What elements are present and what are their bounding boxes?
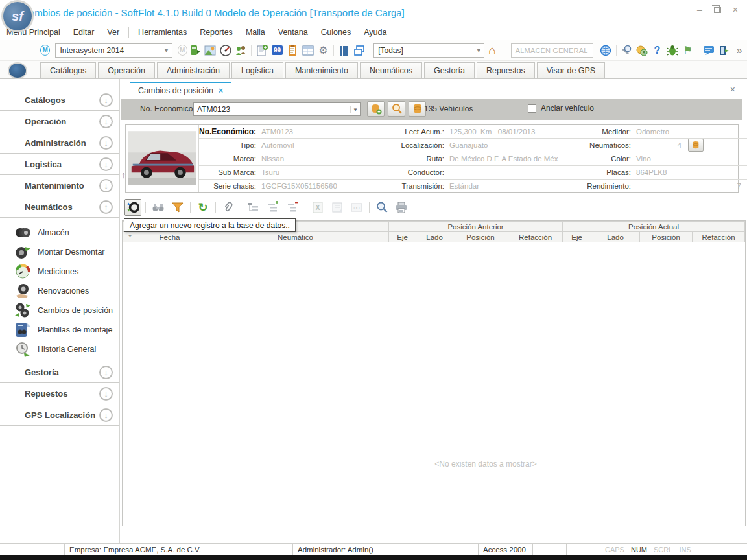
economico-combobox[interactable]: ATM0123 ▾ (193, 102, 361, 116)
cascade-windows-icon[interactable] (353, 43, 367, 58)
col-refaccion-actual[interactable]: Refacción (693, 232, 745, 242)
col-posicion-anterior[interactable]: Posición (453, 232, 508, 242)
sidebar-section-gps-localizacion[interactable]: GPS Localización ↓ (0, 404, 119, 426)
sidebar-section-logistica[interactable]: Logistica ↓ (0, 154, 119, 175)
sidebar-section-gestoria[interactable]: Gestoría ↓ (0, 362, 119, 383)
badge-99-icon[interactable]: 99 (270, 43, 285, 58)
new-record-button[interactable] (124, 199, 141, 216)
vehicle-db-button[interactable] (409, 101, 426, 117)
tabgroup-close-icon[interactable]: × (730, 84, 735, 95)
tab-neumaticos[interactable]: Neumáticos (360, 62, 422, 78)
filter-select[interactable]: [Todas] ▾ (374, 43, 484, 58)
add-vehicle-button[interactable] (367, 101, 385, 117)
users-icon[interactable] (234, 43, 248, 58)
restore-button[interactable] (714, 7, 721, 13)
field-value: De México D.F. A Estado de México (447, 155, 558, 163)
tab-gestoria[interactable]: Gestoría (424, 62, 475, 78)
menu-malla[interactable]: Malla (239, 26, 272, 39)
col-lado-actual[interactable]: Lado (591, 232, 640, 242)
col-posicion-actual[interactable]: Posición (640, 232, 693, 242)
gear-icon[interactable]: ⚙ (316, 43, 331, 58)
statusbar-spacer (567, 544, 600, 556)
columns-book-icon[interactable] (337, 43, 351, 58)
menu-editar[interactable]: Editar (67, 26, 101, 39)
binoculars-icon[interactable] (150, 199, 167, 216)
neumaticos-db-button[interactable] (688, 139, 704, 152)
sidebar-item-renovaciones[interactable]: Renovaciones (14, 281, 119, 301)
sidebar-section-mantenimiento[interactable]: Mantenimiento ↓ (0, 175, 119, 196)
tab-operacion[interactable]: Operación (98, 62, 155, 78)
warehouse-input[interactable]: ALMACÉN GENERAL (511, 43, 593, 58)
tree-view-icon[interactable] (245, 199, 262, 216)
document-tab-strip: Cambios de posición × × (121, 80, 747, 99)
toolbar-overflow-icon[interactable]: » (732, 43, 746, 58)
globe-icon[interactable] (599, 43, 613, 58)
m-badge-icon[interactable]: M (40, 45, 50, 56)
clipboard-icon[interactable] (285, 43, 300, 58)
fuel-pump-icon[interactable] (188, 43, 202, 58)
search-vehicle-button[interactable] (388, 101, 405, 117)
image-icon[interactable] (204, 43, 218, 58)
menu-ventana[interactable]: Ventana (272, 26, 314, 39)
collapse-all-icon[interactable] (284, 199, 301, 216)
minimize-button[interactable]: – (697, 5, 702, 14)
chat-icon[interactable] (702, 43, 716, 58)
tab-catalogos[interactable]: Catálogos (40, 62, 96, 78)
sidebar-section-catalogos[interactable]: Catálogos ↓ (0, 89, 119, 111)
gauge-icon[interactable] (219, 43, 233, 58)
menu-ayuda[interactable]: Ayuda (357, 26, 393, 39)
bug-icon[interactable] (665, 43, 680, 58)
sidebar-section-administracion[interactable]: Administración ↓ (0, 132, 119, 154)
field-value: 1GCFG15X051156560 (259, 182, 361, 190)
tire-arrow-icon (14, 244, 31, 261)
col-fecha[interactable]: Fecha (137, 232, 202, 242)
sidebar-section-repuestos[interactable]: Repuestos ↓ (0, 383, 119, 404)
tab-logistica[interactable]: Logística (231, 62, 283, 78)
col-lado-anterior[interactable]: Lado (416, 232, 453, 242)
tab-administracion[interactable]: Administración (157, 62, 230, 78)
close-button[interactable]: × (733, 5, 738, 14)
print-icon[interactable] (393, 199, 410, 216)
panel-collapse-icon[interactable]: ↑ (121, 170, 126, 180)
expand-all-icon[interactable] (265, 199, 281, 216)
col-eje-actual[interactable]: Eje (563, 232, 591, 242)
new-document-icon[interactable] (255, 43, 269, 58)
col-neumatico[interactable]: Neumático (202, 232, 389, 242)
exit-door-icon[interactable] (717, 43, 731, 58)
sidebar-item-almacen[interactable]: Almacén (14, 223, 119, 242)
coins-icon[interactable]: $ (635, 43, 649, 58)
menu-reportes[interactable]: Reportes (193, 26, 239, 39)
refresh-icon[interactable]: ↻ (195, 199, 211, 216)
tab-visor-gps[interactable]: Visor de GPS (537, 62, 606, 78)
sidebar-item-plantillas-montaje[interactable]: Plantillas de montaje (14, 320, 119, 340)
col-eje-anterior[interactable]: Eje (389, 232, 416, 242)
tab-repuestos[interactable]: Repuestos (477, 62, 535, 78)
doctab-close-icon[interactable]: × (219, 86, 223, 95)
company-select[interactable]: Interasystem 2014 ▾ (55, 43, 172, 58)
chevron-down-circle-icon: ↓ (99, 136, 113, 150)
grid-window-icon[interactable] (301, 43, 315, 58)
col-refaccion-anterior[interactable]: Refacción (508, 232, 563, 242)
menu-guiones[interactable]: Guiones (314, 26, 358, 39)
svg-text:$: $ (643, 50, 646, 56)
item-label: Cambios de posición (38, 306, 113, 315)
home-icon[interactable]: ⌂ (485, 43, 499, 58)
anchor-vehicle-checkbox[interactable] (528, 104, 536, 113)
help-icon[interactable]: ? (650, 43, 665, 58)
flag-icon[interactable]: ⚑ (681, 43, 695, 58)
sidebar-item-montar-desmontar[interactable]: Montar Desmontar (14, 242, 119, 262)
filter-funnel-icon[interactable] (169, 199, 186, 216)
sidebar-item-mediciones[interactable]: Mediciones (14, 262, 119, 281)
attachment-icon[interactable] (220, 199, 237, 216)
tools-search-icon[interactable] (619, 43, 634, 58)
menu-herramientas[interactable]: Herramientas (132, 26, 193, 39)
menu-ver[interactable]: Ver (101, 26, 126, 39)
sidebar-section-operacion[interactable]: Operación ↓ (0, 111, 119, 132)
doctab-cambios-posicion[interactable]: Cambios de posición × (130, 82, 231, 99)
sidebar-section-neumaticos[interactable]: Neumáticos ↑ (0, 196, 119, 218)
sidebar-item-cambios-posicion[interactable]: Cambios de posición (14, 301, 119, 320)
preview-icon[interactable] (374, 199, 390, 216)
sidebar-item-historia-general[interactable]: Historia General (14, 340, 119, 359)
history-search-icon (14, 341, 31, 358)
tab-mantenimiento[interactable]: Mantenimiento (285, 62, 358, 78)
